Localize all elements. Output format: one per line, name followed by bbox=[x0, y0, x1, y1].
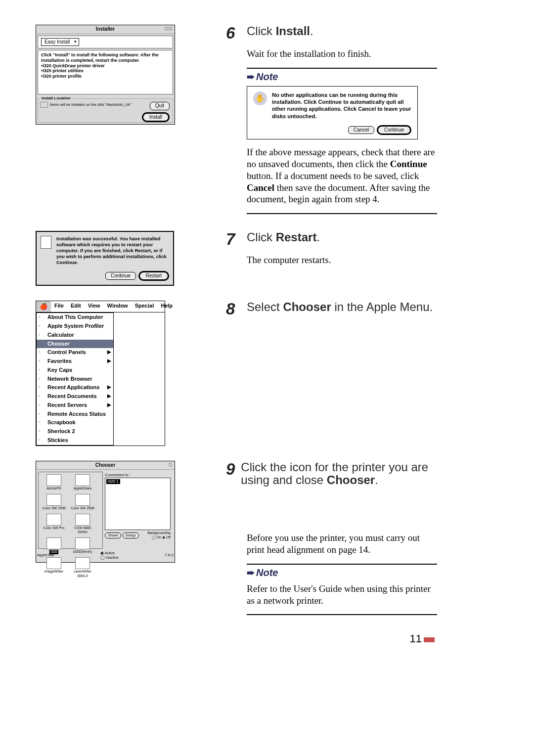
printer-icon bbox=[75, 474, 90, 486]
step-7-body: The computer restarts. bbox=[247, 254, 437, 266]
mode-panel: Easy Install bbox=[38, 36, 173, 49]
apple-menu-item[interactable]: ▫Remote Access Status bbox=[37, 410, 113, 419]
chooser-driver-label: CSW 6000 Series bbox=[69, 526, 96, 535]
apple-menu-item[interactable]: ▫Key Caps bbox=[37, 366, 113, 375]
chooser-driver-icon[interactable]: i320(Server) bbox=[69, 537, 96, 554]
menu-item-label: Control Panels bbox=[47, 349, 86, 355]
step-6-title-post: . bbox=[310, 24, 313, 38]
apple-menu-item[interactable]: ▫Calculator bbox=[37, 331, 113, 340]
inactive-radio[interactable]: ◯ Inactive bbox=[100, 555, 119, 560]
menu-item-label: Calculator bbox=[47, 332, 74, 338]
install-button[interactable]: Install bbox=[142, 112, 170, 123]
apple-menu-item[interactable]: ▫Network Browser bbox=[37, 375, 113, 384]
step-6-heading: 6 Click Install. bbox=[226, 25, 437, 41]
menu-view[interactable]: View bbox=[85, 301, 104, 312]
instruction-panel: Click "Install" to install the following… bbox=[38, 50, 173, 94]
apple-menu-item[interactable]: ▫Recent Documents▶ bbox=[37, 392, 113, 401]
menu-item-label: Scrapbook bbox=[47, 419, 76, 425]
chooser-driver-icon[interactable]: CSW 6000 Series bbox=[69, 514, 96, 535]
active-radio[interactable]: ◉ Active bbox=[100, 551, 119, 555]
menu-item-icon: ▫ bbox=[39, 367, 41, 373]
setup-button[interactable]: Setup bbox=[123, 533, 139, 538]
chooser-version: 7.6.2 bbox=[165, 553, 174, 558]
apple-menu-item[interactable]: ▫Apple System Profiler bbox=[37, 322, 113, 331]
rule bbox=[247, 213, 437, 214]
step-9-title-post: . bbox=[375, 473, 378, 487]
rule bbox=[247, 564, 437, 565]
menu-window[interactable]: Window bbox=[104, 301, 132, 312]
bg-off-radio[interactable]: ◉ Off bbox=[162, 535, 171, 539]
step-7-title-post: . bbox=[316, 230, 320, 244]
window-controls-icon: ▢ bbox=[169, 462, 173, 467]
install-instruction: Click "Install" to install the following… bbox=[41, 52, 170, 63]
submenu-icon: ▶ bbox=[107, 402, 111, 408]
step-6-number: 6 bbox=[226, 25, 241, 41]
continue-button[interactable]: Continue bbox=[377, 125, 411, 135]
apple-menu-item[interactable]: ▫Control Panels▶ bbox=[37, 348, 113, 357]
chooser-driver-icon[interactable]: Color SW 2500 bbox=[69, 494, 96, 511]
share-button[interactable]: Share bbox=[105, 533, 121, 538]
quit-button[interactable]: Quit bbox=[150, 102, 170, 110]
continue-button[interactable]: Continue bbox=[105, 272, 136, 280]
chooser-driver-label: Color SW 2500 bbox=[69, 506, 96, 511]
install-location-text: Items will be installed on the disk "Mac… bbox=[50, 102, 132, 107]
apple-menu-screenshot: 🍎 File Edit View Window Special Help ▫Ab… bbox=[36, 301, 165, 446]
menu-item-icon: ▫ bbox=[39, 323, 41, 329]
install-item-2: •i320 printer profile bbox=[41, 74, 170, 79]
connected-label: Connected to : bbox=[105, 473, 171, 478]
apple-icon[interactable]: 🍎 bbox=[36, 301, 51, 312]
disk-icon bbox=[40, 102, 48, 108]
apple-menu-item[interactable]: ▫Stickies bbox=[37, 436, 113, 445]
apple-menu-item[interactable]: ▫Chooser bbox=[37, 340, 113, 349]
bg-on-radio[interactable]: ◯ On bbox=[152, 535, 161, 539]
apple-menu-item[interactable]: ▫Favorites▶ bbox=[37, 357, 113, 366]
apple-menu-item[interactable]: ▫Recent Servers▶ bbox=[37, 401, 113, 410]
chooser-driver-icon[interactable]: AppleShare bbox=[69, 474, 96, 491]
menu-special[interactable]: Special bbox=[132, 301, 158, 312]
menu-item-label: Key Caps bbox=[47, 367, 72, 373]
menu-item-icon: ▫ bbox=[39, 358, 41, 364]
install-location-label: Install Location bbox=[40, 96, 72, 101]
apple-menu-item[interactable]: ▫Sherlock 2 bbox=[37, 427, 113, 436]
install-item-0: •i320 QuickDraw printer driver bbox=[41, 63, 170, 69]
page-accent-bar bbox=[424, 637, 435, 642]
chooser-driver-label: AppleShare bbox=[69, 487, 96, 491]
apple-menu-item[interactable]: ▫Scrapbook bbox=[37, 418, 113, 427]
menu-item-label: Remote Access Status bbox=[47, 411, 106, 417]
menu-file[interactable]: File bbox=[51, 301, 67, 312]
chooser-printer-item[interactable]: i320 1 bbox=[106, 479, 120, 484]
printer-icon bbox=[46, 514, 61, 526]
chooser-printer-list[interactable]: i320 1 bbox=[105, 478, 171, 530]
warning-dialog: ✋ No other applications can be running d… bbox=[247, 86, 418, 140]
chooser-driver-icon[interactable]: Color SW 1500 bbox=[41, 494, 67, 511]
menu-help[interactable]: Help bbox=[157, 301, 176, 312]
chooser-driver-label: Color SW 1500 bbox=[41, 506, 67, 511]
step-6-title-pre: Click bbox=[247, 24, 276, 38]
chooser-driver-icon[interactable]: LaserWriter 300/LS bbox=[69, 557, 96, 578]
printer-icon bbox=[46, 474, 61, 486]
chooser-driver-icon[interactable]: ImageWriter bbox=[41, 557, 67, 578]
apple-menu-item[interactable]: ▫Recent Applications▶ bbox=[37, 383, 113, 392]
chooser-driver-icon[interactable]: AdobePS bbox=[41, 474, 67, 491]
chooser-driver-label: LaserWriter 300/LS bbox=[69, 570, 96, 578]
installer-title: Installer bbox=[96, 26, 115, 32]
menu-item-label: Network Browser bbox=[47, 376, 92, 382]
chooser-driver-icon[interactable]: Color SW Pro bbox=[41, 514, 67, 535]
step-8-heading: 8 Select Chooser in the Apple Menu. bbox=[226, 301, 437, 317]
apple-menu-item[interactable]: ▫About This Computer bbox=[37, 313, 113, 322]
chooser-window: Chooser ▢ AdobePSAppleShareColor SW 1500… bbox=[36, 461, 175, 563]
menu-item-icon: ▫ bbox=[39, 332, 41, 338]
menu-edit[interactable]: Edit bbox=[67, 301, 85, 312]
note-label-1: ➨Note bbox=[247, 71, 437, 83]
menu-item-label: About This Computer bbox=[47, 314, 103, 320]
restart-button[interactable]: Restart bbox=[138, 271, 169, 281]
chooser-driver-icon[interactable]: i320 bbox=[41, 537, 67, 554]
menu-item-label: Recent Documents bbox=[47, 393, 97, 399]
step-9-number: 9 bbox=[226, 461, 235, 477]
install-mode-select[interactable]: Easy Install bbox=[41, 38, 79, 46]
document-icon bbox=[41, 236, 51, 249]
rule bbox=[247, 68, 437, 69]
cancel-button[interactable]: Cancel bbox=[348, 126, 374, 134]
warning-text: No other applications can be running dur… bbox=[272, 91, 411, 120]
arrow-icon: ➨ bbox=[247, 71, 255, 82]
